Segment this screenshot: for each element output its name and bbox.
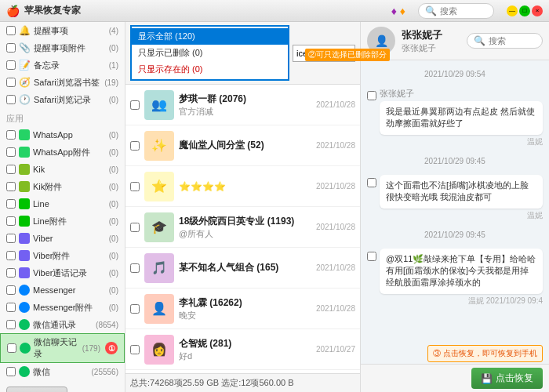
- message-row: @双11🌿敲绿来抢下单【专用】给哈哈有用[面霜颈水的保妆]今天我都是用掉经航股面…: [367, 249, 543, 307]
- sidebar-item-kik[interactable]: Kik (0): [0, 161, 125, 178]
- close-button[interactable]: ×: [532, 5, 543, 16]
- reminder-checkbox[interactable]: [6, 26, 16, 35]
- msg-bubble-area: 张张妮子 我是最近鼻翼那两边有点起皮 然后就使劲摩擦面霜就好些了 温妮: [380, 88, 543, 147]
- chat-item-checkbox[interactable]: [130, 304, 140, 314]
- chat-avatar: 👤: [144, 294, 174, 324]
- window-controls[interactable]: — □ ×: [507, 5, 543, 16]
- kik-icon: [19, 164, 30, 175]
- sidebar-label: 提醒事项: [34, 25, 106, 37]
- maximize-button[interactable]: □: [519, 5, 530, 16]
- safari-hist-checkbox[interactable]: [6, 95, 16, 104]
- whatsapp-attach-checkbox[interactable]: [6, 147, 16, 157]
- line-attach-checkbox[interactable]: [6, 216, 16, 226]
- wechat-count: (25556): [92, 368, 118, 376]
- sidebar-item-safari-bookmarks[interactable]: 🧭 Safari浏览器书签 (19): [0, 74, 125, 91]
- sidebar-item-whatsapp-attach[interactable]: WhatsApp附件 (0): [0, 143, 125, 161]
- msg-checkbox[interactable]: [367, 252, 376, 261]
- viber-checkbox[interactable]: [6, 234, 16, 243]
- viber-attach-icon: [19, 250, 30, 261]
- list-item[interactable]: 🎵 某不知名人气组合 (165) 2021/10/28: [125, 248, 360, 289]
- sidebar-item-messenger[interactable]: Messenger (0): [0, 281, 125, 299]
- wechat-checkbox[interactable]: [6, 367, 16, 376]
- sidebar-item-viber[interactable]: Viber (0): [0, 230, 125, 247]
- messenger-checkbox[interactable]: [6, 285, 16, 295]
- chat-item-checkbox[interactable]: [130, 223, 140, 232]
- gem2-icon: ♦: [400, 5, 405, 17]
- list-item[interactable]: 👥 梦琪一群 (2076) 官方消减 2021/10/28: [125, 85, 360, 125]
- wechat-contacts-checkbox[interactable]: [6, 320, 16, 329]
- sidebar-item-line-attach[interactable]: Line附件 (0): [0, 212, 125, 230]
- sidebar-item-wechat-chat[interactable]: 微信聊天记录 (179) ①: [0, 333, 125, 363]
- viber-calls-icon: [19, 267, 30, 278]
- sidebar-item-wechat-contacts[interactable]: 微信通讯录 (8654): [0, 316, 125, 333]
- messenger-icon: [19, 285, 30, 296]
- message-search-input[interactable]: [489, 36, 536, 45]
- chat-name: 仑智妮 (281): [179, 337, 311, 350]
- chat-item-checkbox[interactable]: [130, 100, 140, 110]
- safari-bm-checkbox[interactable]: [6, 78, 16, 87]
- minimize-button[interactable]: —: [507, 5, 518, 16]
- chat-preview: 好d: [179, 350, 311, 362]
- list-item[interactable]: 👤 李礼霖 (16262) 晚安 2021/10/28: [125, 289, 360, 329]
- sidebar-item-kik-attach[interactable]: Kik附件 (0): [0, 178, 125, 195]
- filter-options-box: 显示全部 (120) 只显示已删除 (0) 只显示存在的 (0) ②可只选择已删…: [130, 25, 289, 81]
- kik-attach-label: Kik附件: [33, 181, 106, 193]
- list-item[interactable]: 👩 仑智妮 (281) 好d 2021/10/27: [125, 329, 360, 370]
- list-item[interactable]: 🎓 18级外院西日英专业 (1193) @所有人 2021/10/28: [125, 207, 360, 248]
- chat-avatar: 👩: [144, 335, 174, 365]
- title-bar-left: 🍎 苹果恢复专家: [6, 4, 81, 17]
- kik-checkbox[interactable]: [6, 165, 16, 174]
- count: (0): [109, 303, 118, 312]
- msg-checkbox[interactable]: [367, 178, 376, 187]
- callout-1: ①: [105, 342, 118, 354]
- sidebar-item-reminder-attach[interactable]: 📎 提醒事项附件 (0): [0, 39, 125, 56]
- wechat-chat-checkbox[interactable]: [7, 343, 16, 353]
- wechat-chat-label: 微信聊天记录: [34, 336, 79, 360]
- notes-checkbox[interactable]: [6, 60, 16, 70]
- chat-date: 2021/10/27: [316, 345, 355, 354]
- viber-calls-checkbox[interactable]: [6, 268, 16, 278]
- safari-hist-icon: 🕐: [19, 94, 31, 105]
- messenger-attach-checkbox[interactable]: [6, 303, 16, 312]
- chat-item-checkbox[interactable]: [130, 182, 140, 191]
- reminder-attach-checkbox[interactable]: [6, 43, 16, 53]
- chat-date: 2021/10/28: [316, 182, 355, 191]
- sidebar-item-line[interactable]: Line (0): [0, 195, 125, 212]
- list-item[interactable]: ⭐ ⭐⭐⭐⭐ 2021/10/28: [125, 166, 360, 207]
- chat-item-checkbox[interactable]: [130, 263, 140, 273]
- sidebar-item-viber-calls[interactable]: Viber通话记录 (0): [0, 264, 125, 281]
- gem-icon: ♦: [391, 5, 397, 17]
- chat-item-checkbox[interactable]: [130, 141, 140, 151]
- sidebar-item-viber-attach[interactable]: Viber附件 (0): [0, 247, 125, 264]
- sidebar-item-wechat[interactable]: 微信 (25556): [0, 363, 125, 380]
- filter-dropdown-wrapper: 显示全部 (120) 只显示已删除 (0) 只显示存在的 (0) ②可只选择已删…: [130, 25, 289, 81]
- whatsapp-checkbox[interactable]: [6, 130, 16, 140]
- header-search-input[interactable]: [440, 6, 487, 16]
- line-checkbox[interactable]: [6, 199, 16, 209]
- chat-item-checkbox[interactable]: [130, 345, 140, 354]
- chat-meta: 2021/10/28: [316, 223, 355, 231]
- chat-meta: 2021/10/28: [316, 100, 355, 109]
- reminder-icon: 🔔: [19, 25, 31, 36]
- recover-button[interactable]: 💾 点击恢复: [471, 368, 543, 389]
- sidebar-label: Safari浏览器书签: [34, 77, 101, 89]
- msg-bubble-area: @双11🌿敲绿来抢下单【专用】给哈哈有用[面霜颈水的保妆]今天我都是用掉经航股面…: [380, 249, 543, 307]
- filter-option-all[interactable]: 显示全部 (120): [132, 28, 288, 45]
- title-bar: 🍎 苹果恢复专家 ♦ ♦ 🔍 — □ ×: [0, 0, 549, 22]
- wechat-chat-count: (179): [82, 344, 100, 353]
- header-search[interactable]: 🔍: [418, 3, 494, 19]
- viber-attach-checkbox[interactable]: [6, 251, 16, 260]
- sidebar-item-whatsapp[interactable]: WhatsApp (0): [0, 126, 125, 143]
- sidebar-item-reminders[interactable]: 🔔 提醒事项 (4): [0, 22, 125, 39]
- sidebar-item-messenger-attach[interactable]: Messenger附件 (0): [0, 299, 125, 316]
- kik-attach-checkbox[interactable]: [6, 182, 16, 191]
- sidebar-item-notes[interactable]: 📝 备忘录 (1): [0, 56, 125, 74]
- chat-name: 某不知名人气组合 (165): [179, 261, 311, 274]
- sidebar-item-safari-history[interactable]: 🕐 Safari浏览记录 (0): [0, 91, 125, 108]
- list-item[interactable]: ✨ 魔仙堂人间分堂 (52) 2021/10/28: [125, 125, 360, 166]
- back-button[interactable]: ◀ ◀ 返回: [6, 387, 67, 392]
- filter-option-existing[interactable]: 只显示存在的 (0): [132, 61, 288, 78]
- msg-checkbox[interactable]: [367, 91, 376, 100]
- message-search[interactable]: 🔍: [467, 33, 543, 49]
- filter-option-deleted[interactable]: 只显示已删除 (0): [132, 45, 288, 61]
